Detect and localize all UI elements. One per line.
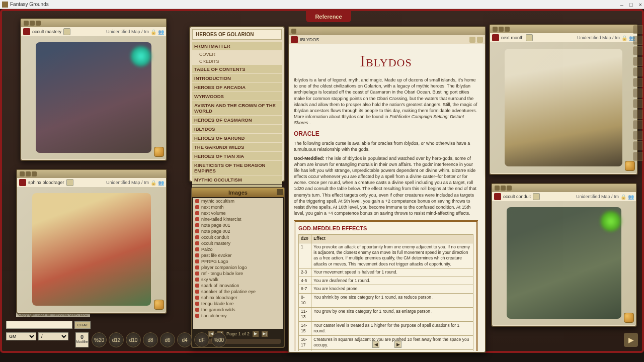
toc-item[interactable]: AVISTAN AND THE CROWN OF THE WORLD <box>192 101 282 115</box>
toc-item[interactable]: TABLE OF CONTENTS <box>192 65 282 73</box>
image-list-item[interactable]: PFRPG Logo <box>193 258 283 264</box>
die-button[interactable]: d10 <box>126 332 141 347</box>
image-panel[interactable]: occult conduitUnidentified Map / Im🔒👥 <box>491 183 637 327</box>
image-panel[interactable]: sphinx bloodragerUnidentified Map / Im🔒👥 <box>16 169 167 314</box>
link-icon[interactable] <box>526 34 533 41</box>
link-icon[interactable] <box>533 193 540 200</box>
image-list-item[interactable]: occult mastery <box>193 240 283 246</box>
images-list[interactable]: mythic occultismnext monthnext volumenin… <box>193 198 283 329</box>
toc-item[interactable]: IBLYDOS <box>192 125 282 133</box>
link-icon[interactable] <box>195 308 199 312</box>
side-tab[interactable] <box>633 57 643 66</box>
ctl-icon[interactable] <box>30 21 35 26</box>
record-badge-icon[interactable] <box>492 34 499 41</box>
image-list-item[interactable]: player companion logo <box>193 264 283 270</box>
lock-icon[interactable]: 🔒 <box>150 29 156 35</box>
slash-dropdown[interactable]: / <box>38 332 68 340</box>
gm-dropdown[interactable]: GM <box>6 332 36 340</box>
lock-icon[interactable]: 🔒 <box>150 180 156 186</box>
image-list-item[interactable]: Paizo <box>193 246 283 252</box>
die-button[interactable]: d4 <box>177 332 192 347</box>
panel-titlebar[interactable] <box>17 170 166 178</box>
tool-icon[interactable] <box>469 37 475 43</box>
link-icon[interactable] <box>195 217 199 221</box>
side-tab[interactable] <box>633 141 643 150</box>
toc-item[interactable]: HEROES OF ARCADIA <box>192 83 282 92</box>
image-list-item[interactable]: sphinx bloodrager <box>193 295 283 301</box>
die-button[interactable]: %20 <box>92 332 107 347</box>
ctl-icon[interactable] <box>499 27 504 32</box>
ctl-icon[interactable] <box>501 186 506 191</box>
link-icon[interactable] <box>195 247 199 251</box>
toc-item[interactable]: WYRWOODS <box>192 92 282 101</box>
side-tab[interactable] <box>633 99 643 108</box>
lock-icon[interactable]: 🔒 <box>621 35 627 41</box>
token-icon[interactable] <box>624 313 634 323</box>
record-badge-icon[interactable] <box>23 28 30 35</box>
toc-item[interactable]: COVER <box>192 51 282 58</box>
link-icon[interactable] <box>195 259 199 263</box>
link-icon[interactable] <box>195 205 199 209</box>
side-tab[interactable] <box>633 120 643 129</box>
side-tab[interactable] <box>633 131 643 140</box>
toc-item[interactable]: HEROES OF TIAN XIA <box>192 152 282 160</box>
image-list-item[interactable]: sky walk <box>193 277 283 283</box>
image-list-item[interactable]: the garundi wilds <box>193 307 283 313</box>
side-tab[interactable] <box>633 36 643 45</box>
images-header[interactable]: Images <box>192 188 284 197</box>
link-icon[interactable] <box>66 179 73 186</box>
image-content[interactable] <box>490 42 637 173</box>
panel-titlebar[interactable] <box>492 184 636 192</box>
lock-icon[interactable]: 🔒 <box>620 194 626 200</box>
play-button[interactable]: ▶ <box>624 333 638 347</box>
image-list-item[interactable]: note page 001 <box>193 222 283 228</box>
image-list-item[interactable]: next month <box>193 204 283 210</box>
toc-item[interactable]: THE GARUNDI WILDS <box>192 143 282 151</box>
side-tab[interactable] <box>633 152 643 161</box>
link-icon[interactable] <box>195 314 199 318</box>
close-icon[interactable] <box>505 27 510 32</box>
image-list-item[interactable]: note page 002 <box>193 228 283 234</box>
toc-item[interactable]: CREDITS <box>192 58 282 65</box>
maximize-button[interactable]: □ <box>629 2 633 8</box>
toc-item[interactable]: HEROES OF GARUND <box>192 134 282 142</box>
chat-input[interactable] <box>6 321 72 329</box>
image-list-item[interactable]: speaker of the palatine eye <box>193 289 283 295</box>
close-icon[interactable] <box>507 186 512 191</box>
image-list-item[interactable]: tian alchemy <box>193 313 283 319</box>
die-button[interactable]: dF <box>194 332 209 347</box>
share-icon[interactable]: 👥 <box>628 194 634 200</box>
link-icon[interactable] <box>195 302 199 306</box>
toc-item[interactable]: KINETICISTS OF THE DRAGON EMPIRES <box>192 161 282 175</box>
record-badge-icon[interactable] <box>291 36 298 43</box>
image-list-item[interactable]: next volume <box>193 210 283 216</box>
link-icon[interactable] <box>195 284 199 288</box>
reference-body[interactable]: Iblydos Iblydos is a land of legend, myt… <box>289 44 485 351</box>
panel-titlebar[interactable] <box>490 25 637 33</box>
close-icon[interactable] <box>32 171 37 176</box>
minimize-button[interactable]: – <box>620 2 623 8</box>
image-list-item[interactable]: past life evoker <box>193 252 283 258</box>
close-icon[interactable] <box>277 189 283 195</box>
die-button[interactable]: %00 <box>211 332 226 347</box>
side-tab[interactable] <box>633 110 643 119</box>
ctl-icon[interactable] <box>24 21 29 26</box>
link-icon[interactable] <box>63 28 70 35</box>
link-icon[interactable] <box>195 199 199 203</box>
link-icon[interactable] <box>195 223 199 227</box>
link-icon[interactable] <box>195 265 199 269</box>
image-content[interactable] <box>21 36 166 159</box>
link-icon[interactable] <box>195 290 199 294</box>
reference-tab[interactable]: Reference <box>306 11 351 22</box>
record-badge-icon[interactable] <box>19 179 26 186</box>
panel-titlebar[interactable] <box>21 19 166 27</box>
side-tab[interactable] <box>633 25 643 34</box>
token-icon[interactable] <box>154 147 164 157</box>
toc-item[interactable]: INTRODUCTION <box>192 74 282 82</box>
link-icon[interactable] <box>195 235 199 239</box>
close-button[interactable]: × <box>639 2 642 8</box>
ctl-icon[interactable] <box>495 186 500 191</box>
side-tab[interactable] <box>633 78 643 87</box>
image-list-item[interactable]: nine-tailed kintercist <box>193 216 283 222</box>
image-panel[interactable]: occult masteryUnidentified Map / Im🔒👥 <box>20 18 167 161</box>
